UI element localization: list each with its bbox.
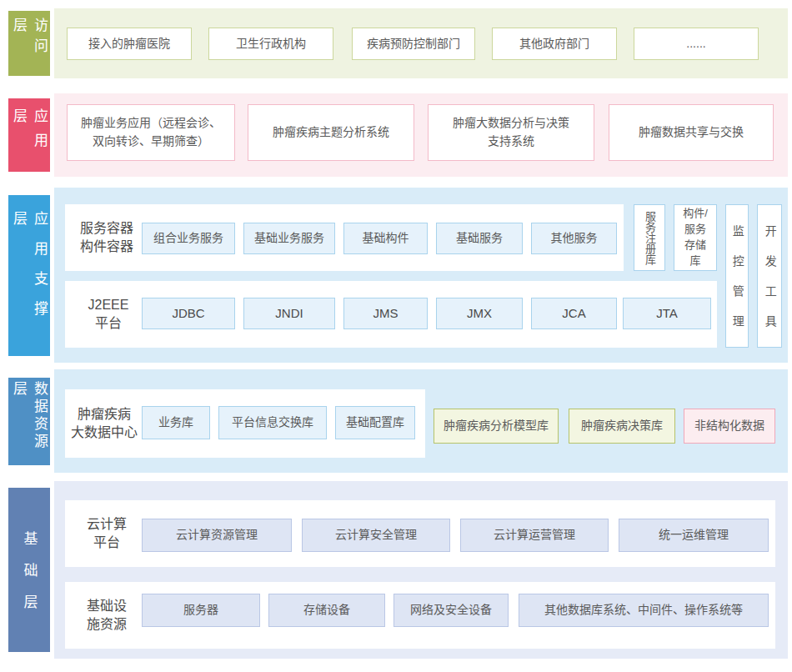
unstructured-data-box: 非结构化数据 — [684, 409, 775, 444]
jta-box: JTA — [623, 298, 711, 329]
data-sharing-box: 肿瘤数据共享与交换 — [609, 104, 774, 161]
cloud-security-mgmt-box: 云计算安全管理 — [302, 519, 450, 552]
server-box: 服务器 — [142, 594, 260, 627]
unified-ops-mgmt-box: 统一运维管理 — [619, 519, 769, 552]
jdbc-box: JDBC — [142, 298, 235, 329]
monitor-management-box: 监控管理 — [725, 204, 749, 348]
cloud-platform-panel-label: 云计算 平台 — [72, 511, 142, 556]
platform-exchange-db-box: 平台信息交换库 — [218, 406, 327, 439]
app-layer-label: 应用层 — [8, 98, 50, 172]
other-service-box: 其他服务 — [531, 223, 617, 254]
hospital-access-box: 接入的肿瘤医院 — [67, 28, 192, 60]
composite-service-box: 组合业务服务 — [142, 223, 235, 254]
other-systems-box: 其他数据库系统、中间件、操作系统等 — [519, 594, 769, 627]
cdc-box: 疾病预防控制部门 — [352, 28, 475, 60]
basic-config-db-box: 基础配置库 — [335, 406, 415, 439]
theme-analysis-box: 肿瘤疾病主题分析系统 — [248, 104, 414, 161]
service-registry-box: 服务注册库 — [634, 204, 665, 271]
infrastructure-panel-label: 基础设 施资源 — [72, 593, 142, 638]
base-layer-label: 基础层 — [8, 488, 50, 652]
dev-tools-box: 开发工具 — [757, 204, 782, 348]
support-layer-label: 应用支撑层 — [8, 195, 50, 356]
basic-service-box: 基础服务 — [436, 223, 523, 254]
jca-box: JCA — [531, 298, 617, 329]
cloud-operation-mgmt-box: 云计算运营管理 — [460, 519, 609, 552]
basic-business-service-box: 基础业务服务 — [243, 223, 335, 254]
basic-component-box: 基础构件 — [343, 223, 428, 254]
architecture-diagram: 访问层 接入的肿瘤医院 卫生行政机构 疾病预防控制部门 其他政府部门 .....… — [0, 0, 792, 672]
bigdata-decision-box: 肿瘤大数据分析与决策 支持系统 — [428, 104, 594, 161]
jms-box: JMS — [343, 298, 428, 329]
other-gov-box: 其他政府部门 — [492, 28, 617, 60]
health-admin-box: 卫生行政机构 — [208, 28, 333, 60]
decision-db-box: 肿瘤疾病决策库 — [569, 409, 675, 444]
jmx-box: JMX — [436, 298, 523, 329]
storage-device-box: 存储设备 — [268, 594, 385, 627]
tumor-business-app-box: 肿瘤业务应用（远程会诊、 双向转诊、早期筛查） — [67, 104, 235, 161]
component-storage-box: 构件/ 服务 存储 库 — [674, 204, 717, 271]
business-db-box: 业务库 — [142, 406, 210, 439]
cloud-resource-mgmt-box: 云计算资源管理 — [142, 519, 292, 552]
ellipsis-box: ...... — [634, 28, 759, 60]
j2ee-panel-label: J2EEE 平台 — [77, 292, 140, 337]
service-container-panel-label: 服务容器 构件容器 — [70, 215, 143, 260]
jndi-box: JNDI — [243, 298, 335, 329]
datacenter-panel-label: 肿瘤疾病 大数据中心 — [68, 401, 140, 446]
access-layer-label: 访问层 — [8, 11, 50, 76]
analysis-model-db-box: 肿瘤疾病分析模型库 — [434, 409, 559, 444]
data-layer-label: 数据资源层 — [8, 378, 50, 465]
network-security-device-box: 网络及安全设备 — [393, 594, 509, 627]
